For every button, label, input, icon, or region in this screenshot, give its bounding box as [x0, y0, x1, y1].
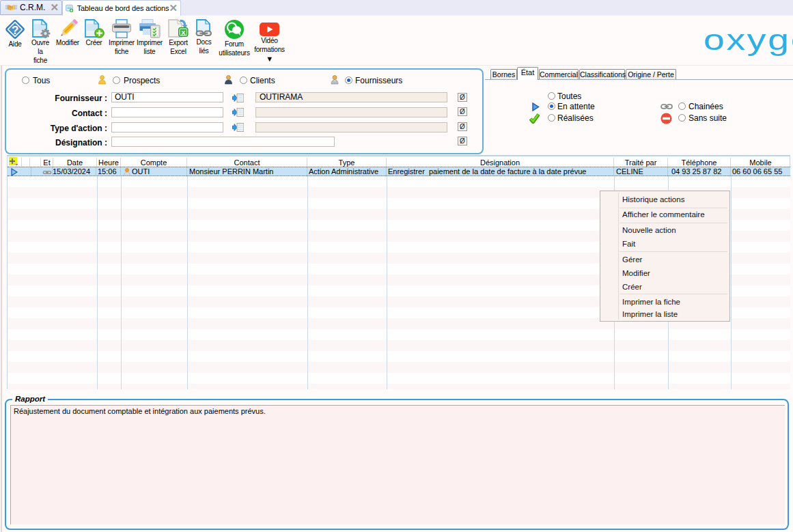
- svg-text:X: X: [181, 29, 186, 36]
- svg-text:?: ?: [12, 24, 18, 37]
